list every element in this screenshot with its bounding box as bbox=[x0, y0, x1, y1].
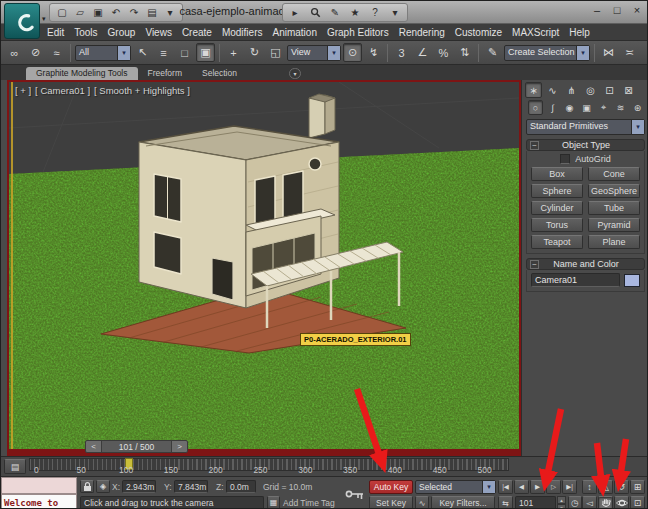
time-slider-value[interactable]: 101 / 500 bbox=[101, 441, 172, 452]
maximize-button[interactable]: □ bbox=[611, 4, 623, 16]
create-tab-icon[interactable]: ∗ bbox=[525, 82, 542, 98]
menu-create[interactable]: Create bbox=[182, 27, 212, 38]
cone-button[interactable]: Cone bbox=[588, 167, 640, 181]
cylinder-button[interactable]: Cylinder bbox=[531, 201, 583, 215]
default-in-out-tangents-icon[interactable]: ∿ bbox=[415, 496, 429, 509]
truck-camera-pan-icon[interactable] bbox=[598, 496, 613, 509]
close-button[interactable]: × bbox=[631, 4, 643, 16]
time-tag-icon[interactable]: ▦ bbox=[267, 496, 280, 509]
display-tab-icon[interactable]: ⊡ bbox=[601, 82, 618, 98]
selection-region-icon[interactable]: □ bbox=[175, 43, 194, 62]
pyramid-button[interactable]: Pyramid bbox=[588, 218, 640, 232]
collapse-icon[interactable]: − bbox=[530, 260, 539, 269]
use-pivot-center-icon[interactable]: ⊙ bbox=[343, 43, 362, 62]
infocenter-dropdown-icon[interactable]: ▾ bbox=[388, 6, 402, 20]
menu-group[interactable]: Group bbox=[108, 27, 136, 38]
roll-camera-icon[interactable]: ↺ bbox=[614, 480, 629, 494]
name-color-rollout-header[interactable]: − Name and Color bbox=[526, 258, 645, 270]
selection-filter-dropdown[interactable]: All ▾ bbox=[75, 45, 131, 61]
teapot-button[interactable]: Teapot bbox=[531, 235, 583, 249]
viewport-pov-menu[interactable]: [ Camera01 ] bbox=[35, 85, 90, 96]
geometry-category-icon[interactable]: ○ bbox=[528, 100, 543, 115]
viewport-general-menu[interactable]: [ + ] bbox=[15, 85, 31, 96]
x-coordinate-field[interactable]: 2.943m bbox=[122, 480, 156, 493]
frame-spinner[interactable]: ▴ ▾ bbox=[557, 496, 566, 509]
dropdown-arrow-icon[interactable]: ▾ bbox=[631, 120, 644, 134]
lights-category-icon[interactable]: ◉ bbox=[562, 100, 577, 115]
auto-key-button[interactable]: Auto Key bbox=[369, 480, 413, 494]
select-by-name-icon[interactable]: ≡ bbox=[154, 43, 173, 62]
select-and-link-icon[interactable]: ∞ bbox=[5, 43, 24, 62]
viewport-shading-menu[interactable]: [ Smooth + Highlights ] bbox=[94, 85, 190, 96]
select-and-manipulate-icon[interactable]: ↯ bbox=[364, 43, 383, 62]
select-and-scale-icon[interactable]: ◱ bbox=[266, 43, 285, 62]
go-to-end-button[interactable]: ▶| bbox=[562, 480, 577, 494]
tube-button[interactable]: Tube bbox=[588, 201, 640, 215]
sphere-button[interactable]: Sphere bbox=[531, 184, 583, 198]
menu-views[interactable]: Views bbox=[145, 27, 172, 38]
menu-edit[interactable]: Edit bbox=[47, 27, 64, 38]
modify-tab-icon[interactable]: ∿ bbox=[544, 82, 561, 98]
align-icon[interactable]: ≍ bbox=[620, 43, 639, 62]
dolly-camera-icon[interactable]: ↕ bbox=[582, 480, 597, 494]
dropdown-arrow-icon[interactable]: ▾ bbox=[482, 481, 495, 493]
previous-frame-button[interactable]: ◀ bbox=[514, 480, 529, 494]
absolute-mode-icon[interactable]: ◈ bbox=[96, 480, 110, 493]
subscription-icon[interactable]: ✎ bbox=[328, 6, 342, 20]
add-time-tag[interactable]: Add Time Tag bbox=[283, 498, 335, 508]
tab-selection[interactable]: Selection bbox=[192, 67, 247, 80]
geosphere-button[interactable]: GeoSphere bbox=[588, 184, 640, 198]
menu-help[interactable]: Help bbox=[569, 27, 590, 38]
select-and-move-icon[interactable]: + bbox=[224, 43, 243, 62]
current-frame-field[interactable]: 101 bbox=[515, 496, 556, 509]
snaps-toggle-icon[interactable]: 3 bbox=[392, 43, 411, 62]
go-to-start-button[interactable]: |◀ bbox=[498, 480, 513, 494]
named-selection-sets-dropdown[interactable]: Create Selection S ▾ bbox=[504, 45, 590, 61]
help-icon[interactable]: ? bbox=[368, 6, 382, 20]
collapse-icon[interactable]: − bbox=[530, 141, 539, 150]
y-coordinate-field[interactable]: 7.843m bbox=[174, 480, 208, 493]
menu-customize[interactable]: Customize bbox=[455, 27, 502, 38]
object-color-swatch[interactable] bbox=[624, 274, 640, 287]
menu-modifiers[interactable]: Modifiers bbox=[222, 27, 263, 38]
save-file-icon[interactable]: ▣ bbox=[91, 6, 105, 20]
spinner-up-icon[interactable]: ▴ bbox=[557, 496, 566, 504]
maxscript-macro-recorder[interactable] bbox=[1, 477, 77, 494]
next-frame-arrow[interactable]: > bbox=[172, 441, 187, 452]
object-type-rollout-header[interactable]: − Object Type bbox=[526, 139, 645, 151]
selection-lock-icon[interactable] bbox=[80, 480, 94, 493]
infocenter-flyout-icon[interactable]: ▸ bbox=[288, 6, 302, 20]
zoom-extents-all-icon[interactable]: ⊞ bbox=[630, 480, 645, 494]
open-file-icon[interactable]: ▱ bbox=[73, 6, 87, 20]
orbit-camera-icon[interactable] bbox=[614, 496, 629, 509]
dropdown-arrow-icon[interactable]: ▾ bbox=[117, 46, 130, 60]
dropdown-arrow-icon[interactable]: ▾ bbox=[576, 46, 589, 60]
maxscript-mini-listener[interactable]: Welcome to bbox=[1, 494, 77, 509]
ribbon-minimize-icon[interactable]: ▾ bbox=[289, 68, 301, 79]
helpers-category-icon[interactable]: ⌖ bbox=[596, 100, 611, 115]
z-coordinate-field[interactable]: 0.0m bbox=[226, 480, 256, 493]
spacewarps-category-icon[interactable]: ≋ bbox=[613, 100, 628, 115]
maximize-viewport-toggle-icon[interactable]: ⊡ bbox=[630, 496, 645, 509]
time-slider[interactable]: < 101 / 500 > bbox=[85, 440, 188, 453]
shapes-category-icon[interactable]: ∫ bbox=[545, 100, 560, 115]
spinner-snap-icon[interactable]: ⇅ bbox=[455, 43, 474, 62]
select-and-rotate-icon[interactable]: ↻ bbox=[245, 43, 264, 62]
selection-set-dropdown[interactable]: Selected ▾ bbox=[415, 480, 496, 494]
search-icon[interactable] bbox=[308, 6, 322, 20]
systems-category-icon[interactable]: ⊛ bbox=[630, 100, 645, 115]
utilities-tab-icon[interactable]: ⊠ bbox=[620, 82, 637, 98]
set-key-button[interactable]: Set Key bbox=[369, 496, 413, 509]
object-name-field[interactable]: Camera01 bbox=[531, 273, 620, 287]
new-file-icon[interactable]: ▢ bbox=[55, 6, 69, 20]
hierarchy-tab-icon[interactable]: ⋔ bbox=[563, 82, 580, 98]
menu-maxscript[interactable]: MAXScript bbox=[512, 27, 559, 38]
next-frame-button[interactable]: ▷ bbox=[546, 480, 561, 494]
perspective-icon[interactable]: ◭ bbox=[598, 480, 613, 494]
key-mode-toggle-icon[interactable]: ⇆ bbox=[498, 496, 513, 509]
mirror-icon[interactable]: ⋈ bbox=[599, 43, 618, 62]
window-crossing-icon[interactable]: ▣ bbox=[196, 43, 215, 62]
edit-named-sets-icon[interactable]: ✎ bbox=[483, 43, 502, 62]
cameras-category-icon[interactable]: ▣ bbox=[579, 100, 594, 115]
tab-graphite-modeling-tools[interactable]: Graphite Modeling Tools bbox=[26, 67, 138, 80]
